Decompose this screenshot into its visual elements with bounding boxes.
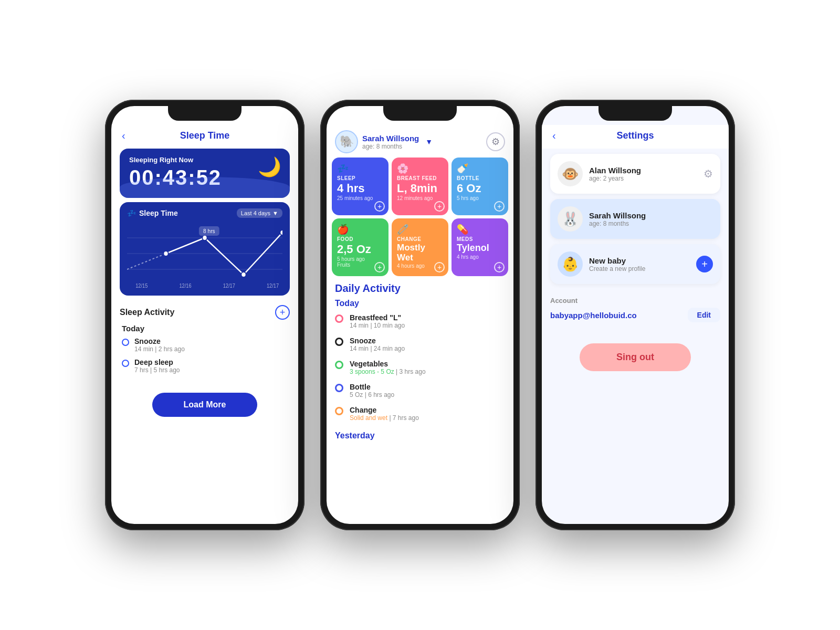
edit-account-button[interactable]: Edit	[688, 308, 720, 322]
sleep-icon: 💤	[127, 209, 136, 217]
change-tile-label: CHANGE	[397, 236, 443, 242]
tile-sleep[interactable]: 💤 SLEEP 4 hrs 25 minutes ago +	[332, 158, 388, 215]
dropdown-icon[interactable]: ▼	[425, 138, 433, 146]
sleep-chart: 8 hrs 12/15 12/16 12/17 12/17	[127, 222, 282, 290]
breast-tile-value: L, 8min	[397, 182, 443, 195]
change-tile-icon: 🧷	[397, 224, 443, 235]
new-baby-name: New baby	[589, 256, 690, 265]
sleep-chart-section: 💤 Sleep Time Last 4 days ▼	[120, 202, 290, 296]
sleep-tile-value: 4 hrs	[337, 182, 383, 195]
svg-text:12/16: 12/16	[179, 283, 191, 289]
signout-button[interactable]: Sing out	[580, 343, 691, 371]
bottle-tile-icon: 🍼	[457, 163, 503, 174]
svg-text:8 hrs: 8 hrs	[203, 228, 215, 234]
signout-area: Sing out	[542, 328, 729, 371]
bottle-tile-add-button[interactable]: +	[494, 201, 505, 212]
profile-name: Sarah Willsong	[362, 134, 419, 143]
tl-name: Vegetables	[350, 360, 426, 368]
tile-bottle[interactable]: 🍼 BOTTLE 6 Oz 5 hrs ago +	[452, 158, 508, 215]
svg-point-3	[163, 251, 168, 256]
bottle-tile-value: 6 Oz	[457, 182, 503, 195]
tile-change[interactable]: 🧷 CHANGE Mostly Wet 4 hours ago +	[392, 218, 448, 276]
tl-meta: Solid and wet | 7 hrs ago	[350, 414, 419, 422]
activity-name: Deep sleep	[134, 358, 180, 366]
tl-name: Change	[350, 406, 419, 414]
back-button[interactable]: ‹	[122, 130, 125, 142]
svg-text:12/17: 12/17	[223, 283, 235, 289]
breast-tile-add-button[interactable]: +	[434, 201, 445, 212]
alan-gear-icon[interactable]: ⚙	[704, 167, 713, 180]
sarah-avatar: 🐰	[558, 206, 583, 232]
sleep-tile-sub: 25 minutes ago	[337, 195, 383, 201]
add-activity-button[interactable]: +	[275, 305, 290, 320]
chart-title: 💤 Sleep Time	[127, 209, 178, 217]
tile-food[interactable]: 🍎 FOOD 2,5 Oz 5 hours ago Fruits +	[332, 218, 388, 276]
food-tile-add-button[interactable]: +	[374, 262, 385, 272]
sleep-tile-label: SLEEP	[337, 175, 383, 181]
food-tile-icon: 🍎	[337, 224, 383, 235]
add-profile-button[interactable]: +	[696, 256, 713, 272]
tl-dot-blue	[335, 384, 343, 392]
tile-breastfeed[interactable]: 🌸 BREAST FEED L, 8min 12 minutes ago +	[392, 158, 448, 215]
filter-arrow-icon: ▼	[272, 210, 278, 216]
tl-meta: 5 Oz | 6 hrs ago	[350, 391, 394, 398]
tl-name: Bottle	[350, 383, 394, 391]
dash-header: 🐘 Sarah Willsong age: 8 months ▼ ⚙	[327, 125, 513, 158]
notch	[383, 106, 457, 121]
meds-tile-label: MEDS	[457, 236, 503, 242]
tl-dot-green	[335, 361, 343, 369]
load-more-button[interactable]: Load More	[152, 393, 258, 417]
phone-sleep: ‹ Sleep Time Sleeping Right Now 00:43:52…	[105, 100, 304, 530]
alan-avatar: 🐵	[558, 161, 583, 186]
svg-point-5	[241, 272, 246, 277]
profile-card-new[interactable]: 👶 New baby Create a new profile +	[550, 244, 720, 284]
tile-meds[interactable]: 💊 MEDS Tylenol 4 hrs ago +	[452, 218, 508, 276]
tl-dot-orange	[335, 407, 343, 415]
profile-area[interactable]: 🐘 Sarah Willsong age: 8 months ▼	[335, 130, 433, 153]
clouds-decoration	[120, 177, 290, 198]
account-email: babyapp@hellobuid.co	[550, 311, 637, 320]
timer-card: Sleeping Right Now 00:43:52 🌙	[120, 149, 290, 198]
change-tile-value: Mostly Wet	[397, 243, 443, 262]
profiles-section: 🐵 Alan Willsong age: 2 years ⚙ 🐰 Sarah W…	[542, 149, 729, 289]
tl-item-bottle: Bottle 5 Oz | 6 hrs ago	[335, 383, 505, 398]
phone-dashboard: 🐘 Sarah Willsong age: 8 months ▼ ⚙ 💤 SLE…	[320, 100, 520, 530]
chart-filter[interactable]: Last 4 days ▼	[237, 208, 282, 218]
alan-name: Alan Willsong	[589, 166, 697, 175]
meds-tile-add-button[interactable]: +	[494, 262, 505, 272]
settings-gear-button[interactable]: ⚙	[486, 132, 505, 151]
meds-tile-sub: 4 hrs ago	[457, 254, 503, 260]
day-label: Today	[122, 324, 290, 333]
sleep-header: ‹ Sleep Time	[111, 125, 298, 144]
daily-activity-title: Daily Activity	[327, 280, 513, 299]
tl-meta: 14 min | 10 min ago	[350, 322, 405, 329]
profile-card-sarah[interactable]: 🐰 Sarah Willsong age: 8 months	[550, 199, 720, 239]
tiles-grid: 💤 SLEEP 4 hrs 25 minutes ago + 🌸 BREAST …	[327, 158, 513, 280]
svg-point-4	[202, 235, 207, 240]
settings-title: Settings	[616, 130, 654, 141]
activity-title: Sleep Activity	[120, 308, 174, 317]
activity-meta: 7 hrs | 5 hrs ago	[134, 366, 180, 374]
settings-back-button[interactable]: ‹	[552, 130, 556, 142]
sarah-name: Sarah Willsong	[589, 211, 713, 220]
account-section: Account babyapp@hellobuid.co Edit	[542, 289, 729, 328]
today-label: Today	[335, 299, 505, 308]
tl-dot-dark	[335, 338, 343, 346]
notch	[598, 106, 672, 121]
timeline-section: Today Breastfeed "L" 14 min | 10 min ago	[327, 299, 513, 443]
sleep-tile-add-button[interactable]: +	[374, 201, 385, 212]
tl-dot-pink	[335, 314, 343, 323]
tl-item-snooze: Snooze 14 min | 24 min ago	[335, 337, 505, 352]
notch	[168, 106, 242, 121]
breast-tile-icon: 🌸	[397, 163, 443, 174]
new-baby-desc: Create a new profile	[589, 265, 690, 272]
alan-age: age: 2 years	[589, 175, 697, 182]
sleep-tile-icon: 💤	[337, 163, 383, 174]
tl-item-change: Change Solid and wet | 7 hrs ago	[335, 406, 505, 422]
food-tile-label: FOOD	[337, 236, 383, 242]
profile-card-alan[interactable]: 🐵 Alan Willsong age: 2 years ⚙	[550, 154, 720, 194]
tl-item-breastfeed: Breastfeed "L" 14 min | 10 min ago	[335, 313, 505, 329]
change-tile-add-button[interactable]: +	[434, 262, 445, 272]
tl-item-vegetables: Vegetables 3 spoons - 5 Oz | 3 hrs ago	[335, 360, 505, 375]
profile-avatar: 🐘	[335, 130, 358, 153]
